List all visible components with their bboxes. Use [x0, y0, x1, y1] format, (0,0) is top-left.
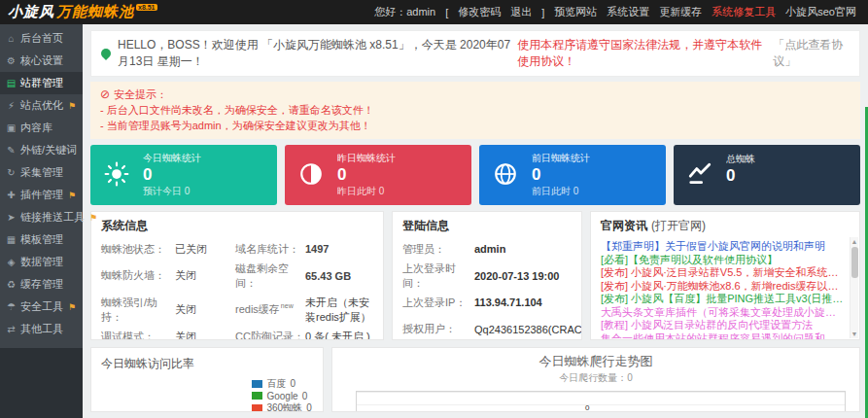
crawl-trend-chart-panel: 今日蜘蛛爬行走势图 今日爬行数量：0 0 0	[331, 347, 860, 412]
table-row: 蜘蛛防火墙： 关闭 磁盘剩余空间： 65.43 GB	[101, 259, 373, 293]
globe-icon	[493, 161, 518, 190]
sidebar-item-label: 其他工具	[20, 322, 63, 336]
news-item[interactable]: [发布] 小旋风【百度】批量PING推送工具v3(日推送量百万)	[601, 293, 844, 306]
seo-site-link[interactable]: 小旋风seo官网	[785, 5, 856, 19]
news-item[interactable]: 【郑重声明】关于假冒小旋风官网的说明和声明	[601, 240, 844, 254]
sidebar-item-content-library[interactable]: ▣ 内容库	[0, 117, 83, 139]
sidebar-item-label: 站群管理	[20, 76, 63, 90]
stat-card-today: 今日蜘蛛统计 0 预计今日 0	[90, 145, 277, 205]
news-item[interactable]: [必看]【免责声明以及软件使用协议】	[601, 254, 844, 267]
legend-swatch	[252, 404, 262, 412]
sidebar-item-label: 后台首页	[20, 31, 63, 46]
change-password-link[interactable]: 修改密码	[458, 5, 501, 19]
sidebar-item-collect[interactable]: ↻ 采集管理	[0, 161, 83, 184]
chart-subtitle: 今日爬行数量：0	[332, 371, 859, 385]
sidebar-item-label: 模板管理	[20, 232, 63, 247]
panel-title: 系统信息	[91, 212, 383, 239]
sidebar-item-other-tools[interactable]: ⇄ 其他工具	[0, 318, 83, 340]
sun-icon	[104, 161, 129, 190]
sidebar-item-data[interactable]: ◈ 数据管理	[0, 251, 83, 273]
card-label: 昨日蜘蛛统计	[337, 152, 396, 165]
news-item[interactable]: [教程] 小旋风泛目录站群的反向代理设置方法	[601, 319, 844, 332]
logo-main: 小旋风	[8, 3, 54, 21]
legend-item[interactable]: 360蜘蛛 0	[252, 402, 315, 412]
stat-card-total: 总蜘蛛 0	[674, 145, 860, 205]
site-group-icon: ▤	[6, 78, 17, 88]
table-row: 蜘蛛强引/劫持： 关闭 redis缓存new 未开启（未安装redis扩展）	[101, 293, 373, 327]
app-logo[interactable]: 小旋风 万能蜘蛛池 x8.51	[8, 3, 157, 21]
sidebar-item-plugins[interactable]: ✚ 插件管理 ⚑	[0, 184, 83, 206]
logout-link[interactable]: 退出	[510, 5, 532, 19]
table-row: 上次登录时间： 2020-07-13 19:00	[402, 259, 572, 293]
spider-ratio-chart-panel: 今日蜘蛛访问比率 百度 0 Google 0 360蜘蛛 0	[90, 347, 324, 412]
security-tips: ⊘ 安全提示： - 后台入口文件尚未改名，为确保安全，请重命名该文件！ - 当前…	[90, 82, 860, 139]
security-icon: ☂	[6, 301, 17, 312]
legend-item[interactable]: 百度 0	[252, 378, 315, 389]
sidebar-item-label: 插件管理	[20, 188, 63, 202]
optimize-icon: ⚡	[6, 100, 17, 111]
sidebar-item-cache[interactable]: ♻ 缓存管理	[0, 273, 83, 296]
library-icon: ▣	[6, 122, 17, 133]
system-settings-link[interactable]: 系统设置	[607, 5, 649, 19]
sidebar-item-label: 站点优化	[20, 98, 63, 113]
view-agreement-link[interactable]: 「点此查看协议」	[773, 37, 850, 70]
sidebar-item-core-settings[interactable]: ⚙ 核心设置	[0, 50, 83, 72]
login-info-panel: 登陆信息 管理员： admin 上次登录时间： 2020-07-13 19:00…	[392, 211, 582, 340]
welcome-text: HELLO，BOSS！欢迎使用 「小旋风万能蜘蛛池 x8.51」，今天是 202…	[118, 37, 510, 70]
sidebar-item-label: 内容库	[20, 121, 52, 135]
legend-item[interactable]: Google 0	[252, 391, 315, 401]
panel-title: 官网资讯	[601, 218, 647, 234]
security-line: - 后台入口文件尚未改名，为确保安全，请重命名该文件！	[100, 102, 851, 118]
table-row: 管理员： admin	[402, 239, 572, 259]
card-label: 前日蜘蛛统计	[532, 152, 590, 165]
sidebar-item-links-keywords[interactable]: ✎ 外链/关键词	[0, 139, 83, 161]
card-subtext: 前日此时 0	[532, 185, 590, 198]
logo-sub: 万能蜘蛛池	[56, 3, 134, 21]
half-circle-icon	[298, 161, 324, 190]
news-item[interactable]: [发布] 小旋风·万能蜘蛛池x8.6，新增redis缓存以及多项功能	[601, 280, 844, 294]
welcome-warning: 使用本程序请遵守国家法律法规，并遵守本软件使用协议！	[517, 37, 766, 70]
table-row: 上次登录IP： 113.94.71.104	[402, 293, 572, 312]
info-panels-row: 系统信息 蜘蛛池状态： 已关闭 域名库统计： 1497 蜘蛛防火墙： 关闭 磁盘…	[90, 211, 860, 340]
card-value: 0	[726, 166, 755, 186]
card-value: 0	[143, 165, 201, 185]
table-row: 授权用户： Qq2436152386(CRACK) 更新	[402, 312, 572, 340]
open-official-site-link[interactable]: (打开官网)	[651, 218, 706, 234]
card-subtext: 昨日此时 0	[337, 185, 396, 198]
scrollbar: ▲ ▼	[850, 237, 858, 338]
sidebar-item-label: 采集管理	[20, 165, 63, 180]
sidebar-item-dashboard[interactable]: ⌂ 后台首页	[0, 27, 83, 50]
sidebar-item-security[interactable]: ☂ 安全工具 ⚑	[0, 296, 83, 318]
table-row: 蜘蛛池状态： 已关闭 域名库统计： 1497	[101, 239, 373, 259]
trend-icon	[687, 161, 712, 190]
sidebar-item-push-tools[interactable]: ➤ 链接推送工具 ⚑	[0, 206, 83, 228]
sidebar-item-label: 数据管理	[20, 255, 63, 269]
repair-tool-link[interactable]: 系统修复工具	[712, 5, 776, 19]
update-cache-link[interactable]: 更新缓存	[659, 5, 702, 19]
pin-icon: ⚑	[89, 213, 97, 223]
sidebar-item-site-group[interactable]: ▤ 站群管理	[0, 72, 83, 94]
news-item[interactable]: [发布] 小旋风·泛目录站群V5.5，新增安全和系统修复工具等	[601, 266, 844, 280]
sidebar-item-templates[interactable]: ▦ 模板管理	[0, 228, 83, 251]
card-subtext: 预计今日 0	[143, 185, 201, 198]
main-content: HELLO，BOSS！欢迎使用 「小旋风万能蜘蛛池 x8.51」，今天是 202…	[83, 24, 868, 418]
scrollbar-thumb[interactable]	[851, 247, 858, 278]
table-row: 调试模式： 关闭 CC防御记录： 0 条( 未开启 )	[101, 327, 373, 340]
legend-swatch	[252, 380, 262, 388]
sidebar-item-site-optimize[interactable]: ⚡ 站点优化 ⚑	[0, 94, 83, 117]
news-item[interactable]: 集合一些使用本站的站群程序容易遇到的问题和解决方法	[601, 332, 844, 341]
sidebar-item-label: 链接推送工具	[20, 210, 85, 225]
news-item[interactable]: 大禹头条文章库插件（可将采集文章处理成小旋风支持的格式）	[601, 306, 844, 320]
charts-row: 今日蜘蛛访问比率 百度 0 Google 0 360蜘蛛 0	[90, 347, 860, 412]
chart-title: 今日蜘蛛爬行走势图	[332, 348, 859, 370]
scroll-up-icon[interactable]: ▲	[851, 237, 858, 246]
preview-site-link[interactable]: 预览网站	[554, 5, 597, 19]
bracket: [	[445, 7, 448, 18]
pin-icon: ⚑	[68, 101, 76, 111]
forbidden-icon: ⊘	[100, 88, 110, 100]
bracket: ]	[541, 7, 544, 18]
stat-cards: 今日蜘蛛统计 0 预计今日 0 昨日蜘蛛统计 0 昨日此时 0 前日蜘蛛统计 0…	[90, 145, 860, 205]
scroll-down-icon[interactable]: ▼	[851, 330, 858, 338]
card-value: 0	[532, 165, 590, 185]
template-icon: ▦	[6, 234, 17, 245]
